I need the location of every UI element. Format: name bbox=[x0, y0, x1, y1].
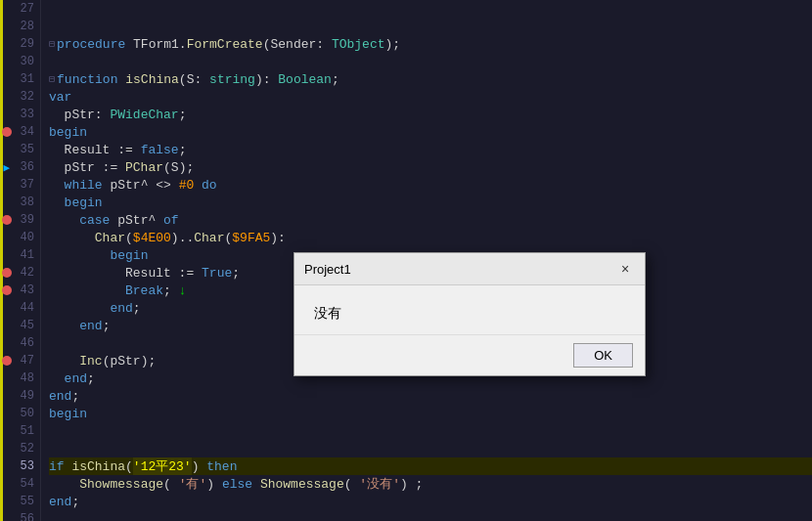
line-number: 42 bbox=[14, 266, 40, 280]
breakpoint-area[interactable] bbox=[0, 405, 14, 422]
dialog-close-button[interactable]: × bbox=[615, 259, 635, 279]
code-line-55: end; bbox=[49, 493, 812, 510]
line-number: 51 bbox=[14, 424, 40, 438]
breakpoint-area[interactable] bbox=[0, 299, 14, 317]
keyword-end: end bbox=[49, 495, 71, 509]
breakpoint-area[interactable] bbox=[0, 369, 14, 387]
arrow-down-icon: ↓ bbox=[179, 283, 187, 298]
code-text: isChina bbox=[125, 72, 179, 87]
fold-icon[interactable]: ⊟ bbox=[49, 73, 55, 85]
breakpoint-area[interactable] bbox=[0, 422, 14, 440]
line-number: 33 bbox=[14, 108, 40, 121]
code-text: ) bbox=[206, 477, 222, 492]
code-text: ( bbox=[125, 231, 133, 245]
gutter-row: 31 bbox=[0, 70, 40, 88]
breakpoint-area[interactable] bbox=[0, 352, 14, 369]
breakpoint-area[interactable] bbox=[0, 106, 14, 123]
breakpoint-area[interactable] bbox=[0, 264, 14, 282]
line-number: 55 bbox=[14, 495, 40, 508]
breakpoint-area[interactable] bbox=[0, 35, 14, 53]
code-text: pStr: bbox=[49, 108, 110, 122]
line-number: 44 bbox=[14, 301, 40, 315]
code-line-28 bbox=[49, 18, 812, 35]
gutter-row: 41 bbox=[0, 246, 40, 264]
code-text: (S: bbox=[179, 72, 209, 87]
gutter-row: 37 bbox=[0, 176, 40, 194]
code-text: ( bbox=[344, 477, 360, 492]
breakpoint-area[interactable] bbox=[0, 0, 14, 18]
gutter-row: 38 bbox=[0, 194, 40, 211]
breakpoint-area[interactable] bbox=[0, 123, 14, 141]
breakpoint-area[interactable]: ▶ bbox=[0, 158, 14, 176]
code-line-52 bbox=[49, 440, 812, 457]
line-number: 41 bbox=[14, 248, 40, 262]
dialog-message: 没有 bbox=[314, 305, 341, 321]
code-text: (pStr); bbox=[103, 354, 157, 369]
gutter-row: 45 bbox=[0, 317, 40, 334]
line-number: 31 bbox=[14, 72, 40, 86]
line-number: 30 bbox=[14, 55, 40, 68]
code-line-29: ⊟procedure TForm1.FormCreate(Sender: TOb… bbox=[49, 35, 812, 53]
code-line-50: begin bbox=[49, 405, 812, 422]
code-text: Showmessage bbox=[79, 477, 163, 492]
breakpoint-area[interactable] bbox=[0, 334, 14, 352]
code-line-40: Char($4E00)..Char($9FA5): bbox=[49, 229, 812, 246]
breakpoint-dot bbox=[2, 285, 12, 295]
keyword-end: end bbox=[65, 371, 87, 386]
code-text: '没有' bbox=[359, 475, 400, 493]
code-text: Showmessage bbox=[260, 477, 344, 492]
gutter-row: 56 bbox=[0, 510, 40, 521]
keyword-then: then bbox=[206, 459, 237, 474]
breakpoint-area[interactable] bbox=[0, 282, 14, 299]
breakpoint-area[interactable] bbox=[0, 18, 14, 35]
breakpoint-area[interactable] bbox=[0, 211, 14, 229]
code-text: (Sender: bbox=[263, 37, 332, 52]
code-line-56 bbox=[49, 510, 812, 521]
line-number: 48 bbox=[14, 371, 40, 385]
breakpoint-area[interactable] bbox=[0, 475, 14, 493]
breakpoint-area[interactable] bbox=[0, 176, 14, 194]
breakpoint-area[interactable] bbox=[0, 194, 14, 211]
dialog-ok-button[interactable]: OK bbox=[573, 343, 633, 368]
fold-icon[interactable]: ⊟ bbox=[49, 38, 55, 50]
gutter-row: 53 bbox=[0, 457, 40, 475]
code-text bbox=[49, 371, 65, 386]
breakpoint-area[interactable] bbox=[0, 53, 14, 70]
line-number: 43 bbox=[14, 283, 40, 297]
line-number: 56 bbox=[14, 512, 40, 521]
keyword-end: end bbox=[49, 389, 71, 404]
line-number: 36 bbox=[14, 160, 40, 174]
code-text bbox=[49, 354, 79, 369]
editor-container: 27 28 29 30 31 bbox=[0, 0, 812, 521]
code-line-39: case pStr^ of bbox=[49, 211, 812, 229]
gutter-row: 33 bbox=[0, 106, 40, 123]
breakpoint-area[interactable] bbox=[0, 70, 14, 88]
breakpoint-area[interactable] bbox=[0, 317, 14, 334]
code-text: ; bbox=[71, 389, 79, 404]
gutter-row: 28 bbox=[0, 18, 40, 35]
highlighted-string: '12平23' bbox=[133, 457, 192, 475]
breakpoint-area[interactable] bbox=[0, 510, 14, 521]
code-text bbox=[49, 213, 79, 228]
code-text bbox=[49, 477, 79, 492]
code-text: PWideChar bbox=[110, 108, 178, 122]
code-text: ); bbox=[385, 37, 401, 52]
breakpoint-area[interactable] bbox=[0, 229, 14, 246]
breakpoint-area[interactable] bbox=[0, 88, 14, 106]
breakpoint-area[interactable] bbox=[0, 141, 14, 158]
breakpoint-area[interactable] bbox=[0, 440, 14, 457]
code-text: ; bbox=[179, 143, 187, 157]
breakpoint-area[interactable] bbox=[0, 246, 14, 264]
code-line-51 bbox=[49, 422, 812, 440]
breakpoint-area[interactable] bbox=[0, 493, 14, 510]
code-text: $4E00 bbox=[133, 231, 171, 245]
line-number: 50 bbox=[14, 407, 40, 420]
gutter-row: 29 bbox=[0, 35, 40, 53]
code-line-27 bbox=[49, 0, 812, 18]
breakpoint-area[interactable] bbox=[0, 387, 14, 405]
code-line-49: end; bbox=[49, 387, 812, 405]
dialog-titlebar: Project1 × bbox=[294, 253, 645, 285]
breakpoint-area[interactable] bbox=[0, 457, 14, 475]
code-text: ): bbox=[270, 231, 286, 245]
gutter: 27 28 29 30 31 bbox=[0, 0, 41, 521]
